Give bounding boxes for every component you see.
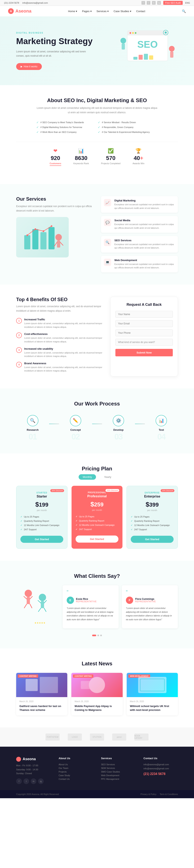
svg-point-4 <box>132 32 134 34</box>
about-title: About SEO Inc, Digital Marketing & SEO <box>16 97 178 103</box>
projects-count: 570 <box>101 155 121 161</box>
footer-webdev-link[interactable]: Web Development <box>101 774 135 777</box>
services-description: Excepteur sint occaecat cupidatat non pr… <box>16 204 93 213</box>
svg-rect-42 <box>26 679 38 691</box>
svg-rect-17 <box>24 235 30 249</box>
svg-point-21 <box>27 235 28 236</box>
testimonials-svg: ★★★★★ <box>18 585 55 630</box>
footer-link-about[interactable]: About Us <box>59 763 93 766</box>
service-name-2: Social Media <box>115 219 175 222</box>
benefit-content-3: Increased site usability Lorem ipsum dol… <box>24 347 102 358</box>
footer-link-contact[interactable]: Contact Us <box>59 777 93 781</box>
nav-services[interactable]: Services ▾ <box>97 10 109 13</box>
service-desc-3: Excepteur sint occaecat cupidatat non pr… <box>115 243 175 250</box>
news-section: Latest News CONTENT WRITING March 26, 20… <box>0 648 194 727</box>
seo-services-icon: 🔍 <box>104 239 111 246</box>
news-title-3[interactable]: Willmott school targets UK first with ne… <box>130 704 174 712</box>
twitter-icon[interactable]: t <box>147 1 150 5</box>
footer-contact-email-1: info@aseona@gmail.com <box>143 763 178 767</box>
step-number-1: 01 <box>16 432 49 441</box>
monthly-toggle[interactable]: Monthly <box>78 474 96 480</box>
linkedin-icon[interactable]: in <box>152 1 156 5</box>
dot-1[interactable] <box>92 634 96 636</box>
svg-line-27 <box>54 242 57 246</box>
phone-field[interactable] <box>116 330 173 336</box>
footer-twitter-icon[interactable]: t <box>24 778 29 784</box>
logo-penci: penci <box>112 734 126 741</box>
benefit-num-4: 4 <box>16 362 22 368</box>
feature-6: ✓ # Our Talented & Experienced Marketing… <box>98 130 158 134</box>
privacy-link[interactable]: Privacy & Policy <box>140 793 156 796</box>
pro-features: Up to 25 Pages Quarterly Ranking Report … <box>75 515 119 531</box>
footer-phone: (21) 2234 5678 <box>143 772 178 776</box>
footer-services-title: Services <box>101 757 135 760</box>
pro-feature-3: 12 Months Link Outreach Campaign <box>75 523 119 527</box>
submit-button[interactable]: Submit Now <box>116 349 173 356</box>
play-icon: ▶ <box>21 65 23 68</box>
svg-rect-26 <box>57 241 60 248</box>
footer-ppc-link[interactable]: PPC Management <box>101 777 135 781</box>
instagram-icon[interactable]: ig <box>157 1 161 5</box>
nav-case-studies[interactable]: Case Studies ▾ <box>114 10 131 13</box>
news-title-1[interactable]: Galiford saves hardest for last on Thame… <box>20 704 64 712</box>
connector-2 <box>92 424 102 424</box>
starter-cta[interactable]: Get Started <box>21 536 63 543</box>
footer-link-case[interactable]: Case Study <box>59 774 93 777</box>
search-icon[interactable]: 🔍 <box>182 9 186 13</box>
dot-3[interactable] <box>100 634 102 636</box>
testimonial-text-1: "Lorem ipsum dolor sit amet consectetur … <box>67 606 115 621</box>
connector-3 <box>135 424 145 424</box>
pro-cta[interactable]: Get Started <box>75 535 119 542</box>
testimonials-section: What Clients Say? ★★★★★ <box>0 561 194 648</box>
footer-seo-link[interactable]: SEO Services <box>101 763 135 766</box>
footer-about-links: About Us Our Team Projects Case Study Co… <box>59 763 93 781</box>
dot-2[interactable] <box>97 634 99 636</box>
service-desc-2: Excepteur sint occaecat cupidatat non pr… <box>115 223 175 230</box>
footer-instagram-icon[interactable]: ig <box>38 778 44 784</box>
service-select[interactable]: What kind of service do you want? Digita… <box>116 339 173 346</box>
news-body-1: March 26, 2020 Galiford saves hardest fo… <box>16 697 67 715</box>
footer-brand-col: Aseona Mon - Fri: 8:00 - 17:00Saturday: … <box>16 757 51 784</box>
enterprise-cta[interactable]: Get Started <box>131 536 173 543</box>
language-selector[interactable]: ENG <box>185 2 190 4</box>
author-info-2: Flora Cummings REPRESENTATIVE <box>135 598 156 603</box>
check-icon-1: ✓ <box>36 121 39 124</box>
yearly-toggle[interactable]: Yearly <box>100 474 116 480</box>
footer-contact-email-2: info@aseona@gmail.com <box>143 767 178 771</box>
service-desc-1: Excepteur sint occaecat cupidatat non pr… <box>115 203 175 210</box>
nav-pages[interactable]: Pages ▾ <box>82 10 92 13</box>
footer-linkedin-icon[interactable]: in <box>31 778 36 784</box>
terms-link[interactable]: Term & Conditions <box>160 793 178 796</box>
footer-facebook-icon[interactable]: f <box>16 778 22 784</box>
customers-count: 920 <box>50 155 61 161</box>
enterprise-discount: 10% Discount <box>161 489 174 492</box>
starter-feature-4: 24/7 Support <box>21 527 63 532</box>
hero-cta-button[interactable]: ▶ How it works <box>16 63 42 70</box>
name-field[interactable] <box>116 311 173 318</box>
news-title-2[interactable]: Mobile Payment App Alipay is Coming to W… <box>74 704 119 712</box>
testimonials-illustration: ★★★★★ <box>16 585 57 630</box>
benefit-4: 4 Brand Awareness Lorem ipsum dolor sit … <box>16 362 102 373</box>
footer-address: Mon - Fri: 8:00 - 17:00Saturday: 9:00 - … <box>16 764 51 776</box>
pro-feature-2: Quarterly Ranking Report <box>75 519 119 523</box>
footer-about-col: About Us About Us Our Team Projects Case… <box>59 757 93 784</box>
email-field[interactable] <box>116 320 173 327</box>
quote-icon-2: " <box>126 589 174 595</box>
footer-smo-link[interactable]: SMO Case Studies <box>101 770 135 774</box>
step-label-3: Develop <box>102 428 135 431</box>
footer-link-projects[interactable]: Projects <box>59 770 93 774</box>
step-label-4: Test <box>145 428 178 431</box>
facebook-icon[interactable]: f <box>141 1 145 5</box>
feature-2: ✓ # Digital Marketing Solutions for Tomo… <box>36 126 96 129</box>
nav-contact[interactable]: Contact <box>136 10 145 13</box>
author-1: E Essie Rice REPRESENTATIVE <box>67 597 115 604</box>
svg-line-37 <box>38 600 41 603</box>
nav-home[interactable]: Home ▾ <box>68 10 77 13</box>
free-seo-button[interactable]: Free SEO Audit <box>163 1 183 5</box>
stat-projects: ✅ 570 Projects Completed <box>101 148 121 166</box>
footer-sem-link[interactable]: SEM Services <box>101 766 135 770</box>
pricing-starter: 30% Discount STARTED Starter $199 per mo… <box>16 486 67 549</box>
footer-link-team[interactable]: Our Team <box>59 766 93 770</box>
svg-point-24 <box>51 225 52 227</box>
starter-feature-3: 12 Months Link Outreach Campaign <box>21 523 63 527</box>
